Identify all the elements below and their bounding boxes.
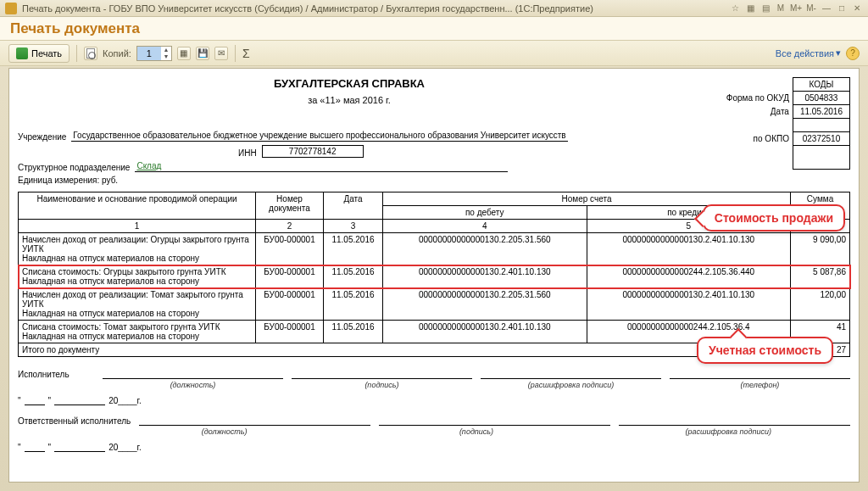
date-fill-2: "" 20____г. (18, 443, 850, 452)
sign-line (292, 369, 472, 379)
total-label: Итого по документу (19, 343, 791, 357)
sign-line (379, 416, 610, 426)
favorite-icon[interactable]: ☆ (729, 3, 741, 14)
close-icon[interactable]: ✕ (851, 3, 863, 14)
app-icon (5, 3, 17, 14)
cap-signature: (подпись) (292, 381, 472, 389)
codes-header: КОДЫ (793, 78, 849, 92)
spin-up-icon[interactable]: ▲ (161, 47, 171, 53)
m-icon[interactable]: M (775, 3, 787, 14)
unit-label: Единица измерения: руб. (18, 176, 118, 185)
sign-line (670, 369, 850, 379)
sign-line (139, 416, 370, 426)
cap-phone: (телефон) (670, 381, 850, 389)
org-label: Учреждение (18, 132, 66, 142)
dept-value: Склад (135, 161, 508, 172)
org-value: Государственное образовательное бюджетно… (71, 131, 567, 142)
col-docnum: Номер документа (256, 192, 324, 220)
calendar-icon[interactable]: ▤ (760, 3, 771, 14)
preview-button[interactable] (84, 47, 97, 60)
window-title: Печать документа - ГОБУ ВПО Университет … (22, 3, 729, 14)
okud-value: 0504833 (793, 92, 849, 105)
sign-line (619, 416, 850, 426)
dept-label: Структурное подразделение (18, 163, 130, 172)
spin-down-icon[interactable]: ▼ (161, 53, 171, 60)
print-icon (16, 47, 28, 59)
inn-label: ИНН (238, 148, 257, 158)
cap-position: (должность) (103, 427, 346, 436)
table-row: Начислен доход от реализации: Огурцы зак… (19, 233, 850, 265)
sigma-label: Σ (242, 47, 250, 60)
callout-sale-cost-text: Стоимость продажи (715, 211, 833, 225)
col-name: Наименование и основание проводимой опер… (19, 192, 256, 220)
page-title: Печать документа (10, 20, 140, 40)
callout-book-cost-text: Учетная стоимость (709, 343, 821, 357)
toolbar-separator-2 (235, 45, 236, 62)
col-date: Дата (324, 192, 383, 220)
table-row: Начислен доход от реализации: Томат закр… (19, 288, 850, 321)
okpo-label: по ОКПО (720, 132, 793, 146)
all-actions-dropdown[interactable]: Все действия ▾ (776, 47, 841, 59)
table-row: Списана стоимость: Огурцы закрытого грун… (19, 265, 850, 288)
doc-title: БУХГАЛТЕРСКАЯ СПРАВКА (18, 77, 681, 90)
callout-book-cost: Учетная стоимость (697, 337, 833, 364)
colnum-3: 3 (324, 220, 383, 233)
document-area[interactable]: БУХГАЛТЕРСКАЯ СПРАВКА за «11» мая 2016 г… (8, 68, 860, 483)
cap-decipher: (расшифровка подписи) (481, 381, 661, 389)
sign-line (481, 369, 661, 379)
minimize-icon[interactable]: — (821, 3, 832, 14)
toolbar-btn-1[interactable]: ▦ (177, 47, 191, 60)
inn-value: 7702778142 (262, 145, 364, 158)
copies-label: Копий: (103, 48, 131, 59)
print-label: Печать (31, 48, 62, 59)
save-button[interactable]: 💾 (196, 47, 209, 60)
executor-label: Исполнитель (18, 370, 94, 379)
chevron-down-icon: ▾ (836, 47, 841, 59)
preview-icon (86, 48, 95, 59)
toolbar-separator (76, 45, 77, 62)
date-fill-1: "" 20____г. (18, 396, 850, 405)
cap-position: (должность) (103, 381, 283, 389)
cap-decipher: (расшифровка подписи) (607, 427, 850, 436)
print-button[interactable]: Печать (8, 44, 70, 63)
toolbar: Печать Копий: ▲▼ ▦ 💾 ✉ Σ Все действия ▾ … (0, 41, 868, 66)
m-minus-icon[interactable]: M- (805, 3, 817, 14)
colnum-1: 1 (19, 220, 256, 233)
copies-input[interactable] (137, 47, 161, 60)
tab-header: Печать документа (0, 17, 868, 41)
callout-sale-cost: Стоимость продажи (703, 204, 845, 232)
col-debit: по дебету (383, 206, 587, 220)
okpo-value: 02372510 (793, 132, 849, 146)
codes-table: КОДЫ Форма по ОКУД0504833 Дата11.05.2016… (720, 77, 850, 170)
cap-signature: (подпись) (354, 427, 598, 436)
resp-executor-label: Ответственный исполнитель (18, 416, 131, 426)
doc-subtitle: за «11» мая 2016 г. (18, 95, 681, 105)
colnum-2: 2 (256, 220, 324, 233)
date-label: Дата (720, 105, 793, 119)
okud-label: Форма по ОКУД (720, 92, 793, 105)
date-value: 11.05.2016 (793, 105, 849, 119)
all-actions-label: Все действия (776, 48, 834, 59)
copies-spinner[interactable]: ▲▼ (136, 46, 172, 61)
colnum-4: 4 (383, 220, 587, 233)
tool-icon[interactable]: ▦ (744, 3, 756, 14)
m-plus-icon[interactable]: M+ (790, 3, 802, 14)
window-titlebar: Печать документа - ГОБУ ВПО Университет … (0, 0, 868, 17)
mail-button[interactable]: ✉ (214, 47, 228, 60)
sign-line (103, 369, 283, 379)
maximize-icon[interactable]: □ (836, 3, 848, 14)
help-button[interactable]: ? (846, 47, 860, 60)
